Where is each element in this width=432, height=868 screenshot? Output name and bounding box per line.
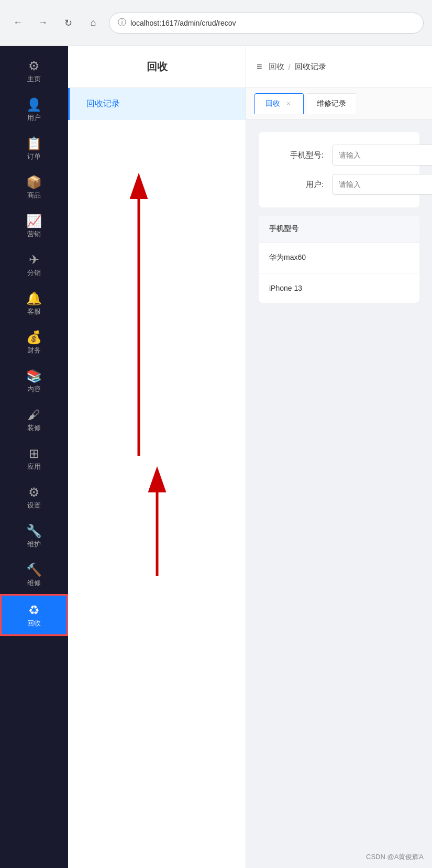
- browser-bar: ← → ↻ ⌂ ⓘ localhost:1617/admin/crud/reco…: [0, 0, 432, 46]
- sidebar-item-marketing[interactable]: 📈 营销: [0, 206, 68, 245]
- menu-icon: ≡: [257, 61, 262, 72]
- sidebar-service-label: 客服: [27, 307, 41, 316]
- sidebar-decoration-label: 装修: [27, 423, 41, 433]
- sidebar-settings-label: 设置: [27, 501, 41, 510]
- recycle-icon: ♻: [28, 604, 40, 617]
- decoration-icon: 🖌: [28, 409, 40, 421]
- sidebar-item-app[interactable]: ⊞ 应用: [0, 439, 68, 478]
- filter-user-input[interactable]: [332, 174, 432, 195]
- sidebar-item-user[interactable]: 👤 用户: [0, 90, 68, 129]
- tab-recycle-label: 回收: [265, 99, 280, 108]
- content-area: 手机型号: 用户: 手机型号 华为max60 iPhone 13: [246, 119, 432, 868]
- repair-icon: 🔨: [26, 564, 42, 576]
- sidebar-item-decoration[interactable]: 🖌 装修: [0, 400, 68, 439]
- filter-user-label: 用户:: [271, 180, 324, 190]
- sub-sidebar: 回收 回收记录: [68, 46, 246, 868]
- finance-icon: 💰: [26, 331, 42, 344]
- table-row[interactable]: 华为max60: [259, 243, 419, 273]
- sidebar-distribution-label: 分销: [27, 268, 41, 278]
- filter-row-phone: 手机型号:: [271, 145, 407, 166]
- app-container: ⚙ 主页 👤 用户 📋 订单 📦 商品 📈 营销 ✈ 分销 🔔 客服 💰: [0, 46, 432, 868]
- breadcrumb-current: 回收记录: [295, 62, 326, 72]
- sidebar-item-repair[interactable]: 🔨 维修: [0, 555, 68, 594]
- sidebar-finance-label: 财务: [27, 346, 41, 355]
- sidebar-content-label: 内容: [27, 384, 41, 394]
- sidebar-item-maintenance[interactable]: 🔧 维护: [0, 517, 68, 555]
- sidebar-order-label: 订单: [27, 152, 41, 161]
- service-icon: 🔔: [26, 292, 42, 305]
- tab-repair-label: 维修记录: [317, 99, 346, 108]
- user-icon: 👤: [26, 98, 42, 111]
- table-header: 手机型号: [259, 216, 419, 243]
- refresh-button[interactable]: ↻: [59, 14, 77, 32]
- filter-phone-label: 手机型号:: [271, 150, 324, 160]
- table-cell-phone-1: 华为max60: [269, 253, 409, 262]
- order-icon: 📋: [26, 137, 42, 150]
- table-cell-phone-2: iPhone 13: [269, 284, 409, 292]
- filter-section: 手机型号: 用户:: [259, 132, 419, 207]
- forward-button[interactable]: →: [34, 14, 52, 32]
- info-icon: ⓘ: [118, 17, 126, 28]
- sidebar-item-order[interactable]: 📋 订单: [0, 129, 68, 168]
- url-text: localhost:1617/admin/crud/recov: [130, 19, 236, 27]
- sidebar-item-distribution[interactable]: ✈ 分销: [0, 245, 68, 284]
- content-icon: 📚: [26, 370, 42, 382]
- sidebar-app-label: 应用: [27, 462, 41, 471]
- product-icon: 📦: [26, 176, 42, 189]
- tab-repair-records[interactable]: 维修记录: [306, 93, 357, 114]
- sidebar-repair-label: 维修: [27, 578, 41, 588]
- marketing-icon: 📈: [26, 215, 42, 227]
- breadcrumb-parent: 回收: [269, 62, 284, 72]
- sidebar-item-content[interactable]: 📚 内容: [0, 361, 68, 400]
- sidebar-user-label: 用户: [27, 113, 41, 123]
- sidebar-recycle-label: 回收: [27, 619, 41, 628]
- sidebar-marketing-label: 营销: [27, 229, 41, 239]
- address-bar[interactable]: ⓘ localhost:1617/admin/crud/recov: [109, 13, 424, 34]
- sidebar-item-recycle[interactable]: ♻ 回收: [0, 594, 68, 636]
- sidebar-item-product[interactable]: 📦 商品: [0, 168, 68, 206]
- sub-sidebar-title: 回收: [68, 46, 246, 88]
- sidebar: ⚙ 主页 👤 用户 📋 订单 📦 商品 📈 营销 ✈ 分销 🔔 客服 💰: [0, 46, 68, 868]
- sidebar-item-finance[interactable]: 💰 财务: [0, 323, 68, 361]
- tabs-bar: 回收 × 维修记录: [246, 88, 432, 119]
- sub-sidebar-recycle-records[interactable]: 回收记录: [68, 88, 246, 120]
- sidebar-maintenance-label: 维护: [27, 540, 41, 549]
- table-row[interactable]: iPhone 13: [259, 273, 419, 303]
- breadcrumb-bar: ≡ 回收 / 回收记录: [246, 46, 432, 88]
- tab-recycle-close[interactable]: ×: [284, 100, 293, 108]
- app-icon: ⊞: [29, 447, 39, 460]
- home-button[interactable]: ⌂: [84, 14, 103, 32]
- table-col-phone: 手机型号: [269, 224, 409, 234]
- sidebar-home-label: 主页: [27, 74, 41, 84]
- sidebar-item-service[interactable]: 🔔 客服: [0, 284, 68, 323]
- sidebar-item-settings[interactable]: ⚙ 设置: [0, 478, 68, 517]
- sidebar-product-label: 商品: [27, 191, 41, 200]
- filter-phone-input[interactable]: [332, 145, 432, 166]
- home-icon: ⚙: [28, 60, 40, 72]
- table-section: 手机型号 华为max60 iPhone 13: [259, 216, 419, 303]
- settings-icon: ⚙: [28, 486, 40, 499]
- main-content: ≡ 回收 / 回收记录 回收 × 维修记录 手机型号:: [246, 46, 432, 868]
- sidebar-item-home[interactable]: ⚙ 主页: [0, 51, 68, 90]
- filter-row-user: 用户:: [271, 174, 407, 195]
- breadcrumb-separator: /: [289, 62, 291, 71]
- back-button[interactable]: ←: [8, 14, 27, 32]
- distribution-icon: ✈: [29, 254, 39, 266]
- tab-recycle[interactable]: 回收 ×: [254, 93, 304, 114]
- watermark: CSDN @A黄俊辉A: [366, 852, 424, 862]
- maintenance-icon: 🔧: [26, 525, 42, 537]
